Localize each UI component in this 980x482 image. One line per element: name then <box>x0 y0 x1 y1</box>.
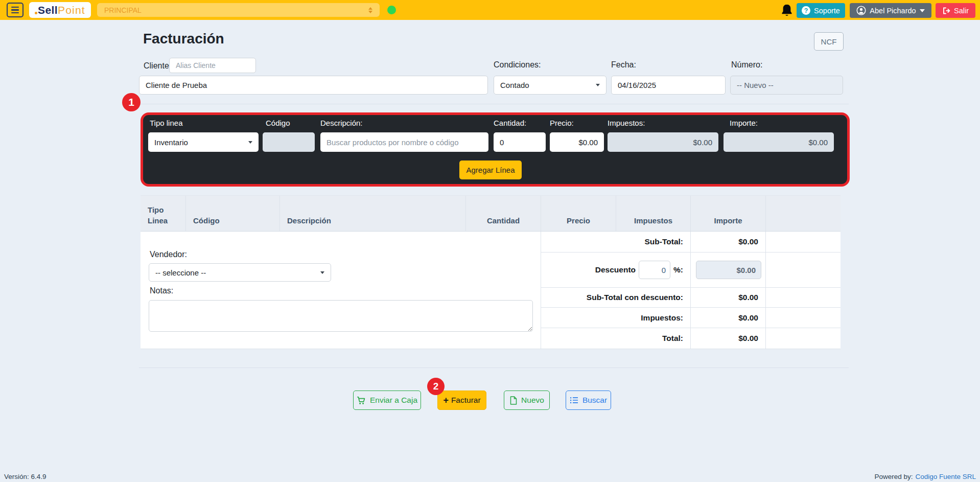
col-cantidad: Cantidad <box>466 196 541 231</box>
descuento-row: Descuento %: $0.00 <box>541 253 841 288</box>
annotation-step-1: 1 <box>122 93 141 111</box>
user-name: Abel Pichardo <box>870 7 916 15</box>
descuento-amount-field: $0.00 <box>696 261 761 279</box>
user-icon <box>856 6 866 15</box>
fecha-input[interactable] <box>611 76 726 95</box>
subtotal-row: Sub-Total: $0.00 <box>541 232 841 253</box>
soporte-label: Soporte <box>814 7 840 15</box>
details-cell: Vendedor: -- seleccione -- Notas: <box>141 232 541 349</box>
page-title: Facturación <box>143 31 224 47</box>
bell-icon[interactable] <box>781 4 793 17</box>
condiciones-label: Condiciones: <box>494 60 541 70</box>
col-actions <box>766 196 841 231</box>
col-importe: Importe <box>691 196 766 231</box>
subtotal-label: Sub-Total: <box>541 232 691 252</box>
subtotal-descuento-value: $0.00 <box>691 288 766 307</box>
subtotal-descuento-row: Sub-Total con descuento: $0.00 <box>541 288 841 308</box>
chevron-down-icon <box>596 84 600 86</box>
status-dot-icon <box>387 6 396 14</box>
facturar-button[interactable]: + Facturar <box>437 391 486 410</box>
buscar-button[interactable]: Buscar <box>566 391 611 410</box>
branch-select[interactable]: PRINCIPAL <box>97 3 380 17</box>
help-icon: ? <box>802 6 810 15</box>
menu-icon[interactable] <box>7 3 24 17</box>
cliente-label: Cliente: <box>144 61 171 71</box>
cliente-input[interactable] <box>139 76 488 95</box>
lines-table-body: Vendedor: -- seleccione -- Notas: Sub-To… <box>141 232 841 349</box>
chevron-down-icon <box>248 141 252 144</box>
alias-cliente-input[interactable] <box>169 58 256 73</box>
condiciones-select[interactable]: Contado <box>494 76 606 95</box>
divider <box>139 368 849 368</box>
impuestos-label: Impuestos: <box>608 119 645 127</box>
col-descripcion: Descripción <box>280 196 466 231</box>
powered-by-label: Powered by: <box>874 473 913 480</box>
impuestos-total-value: $0.00 <box>691 308 766 328</box>
line-entry-panel: Tipo linea Código Descripción: Cantidad:… <box>141 112 850 187</box>
descripcion-search-input[interactable] <box>320 132 488 152</box>
caret-down-icon <box>920 9 925 12</box>
descuento-pct-input[interactable] <box>639 261 670 279</box>
tipo-linea-select[interactable]: Inventario <box>148 132 259 152</box>
version-text: Versión: 6.4.9 <box>4 473 46 480</box>
impuestos-row: Impuestos: $0.00 <box>541 308 841 328</box>
col-tipo-linea: Tipo Linea <box>141 196 186 231</box>
logo-dot-icon <box>35 12 37 14</box>
notas-label: Notas: <box>150 286 173 295</box>
descuento-pct-suffix: %: <box>673 265 683 274</box>
sign-out-icon <box>942 7 950 15</box>
col-precio: Precio <box>541 196 616 231</box>
col-codigo: Código <box>186 196 280 231</box>
total-value: $0.00 <box>691 328 766 349</box>
precio-input[interactable] <box>550 132 604 152</box>
enviar-a-caja-button[interactable]: Enviar a Caja <box>353 391 421 410</box>
enviar-label: Enviar a Caja <box>370 396 417 405</box>
logo-point: Point <box>58 4 85 16</box>
plus-icon: + <box>443 395 449 406</box>
vendedor-label: Vendedor: <box>150 250 187 259</box>
nuevo-button[interactable]: Nuevo <box>504 391 550 410</box>
vendedor-select[interactable]: -- seleccione -- <box>149 263 331 282</box>
list-icon <box>570 396 578 404</box>
vendedor-value: -- seleccione -- <box>155 268 206 277</box>
subtotal-descuento-label: Sub-Total con descuento: <box>541 288 691 307</box>
nuevo-label: Nuevo <box>521 396 544 405</box>
numero-label: Número: <box>731 60 762 70</box>
buscar-label: Buscar <box>582 396 607 405</box>
codigo-field <box>263 132 315 152</box>
sellpoint-logo: Sell Point <box>29 2 91 18</box>
fecha-label: Fecha: <box>611 60 636 70</box>
powered-by-link[interactable]: Codigo Fuente SRL <box>915 473 976 480</box>
total-label: Total: <box>541 328 691 349</box>
branch-select-value: PRINCIPAL <box>104 6 142 14</box>
tipo-linea-label: Tipo linea <box>150 119 182 127</box>
total-row: Total: $0.00 <box>541 328 841 349</box>
numero-field: -- Nuevo -- <box>730 76 843 95</box>
annotation-step-2: 2 <box>427 378 445 395</box>
descuento-label: Descuento <box>595 265 636 274</box>
logo-sell: Sell <box>38 4 58 16</box>
impuestos-total-label: Impuestos: <box>541 308 691 328</box>
agregar-linea-button[interactable]: Agregar Línea <box>459 160 522 179</box>
user-menu-button[interactable]: Abel Pichardo <box>850 3 931 18</box>
totals-section: Sub-Total: $0.00 Descuento %: $0.00 Sub-… <box>541 232 841 349</box>
notas-textarea[interactable] <box>149 300 533 332</box>
soporte-button[interactable]: ? Soporte <box>797 3 845 18</box>
subtotal-value: $0.00 <box>691 232 766 252</box>
importe-label: Importe: <box>730 119 758 127</box>
cart-icon <box>357 396 366 405</box>
impuestos-field: $0.00 <box>608 132 718 152</box>
select-arrows-icon <box>368 7 372 13</box>
salir-label: Salir <box>954 7 969 15</box>
precio-label: Precio: <box>550 119 574 127</box>
cantidad-label: Cantidad: <box>494 119 526 127</box>
descripcion-label: Descripción: <box>320 119 363 127</box>
file-icon <box>509 396 517 405</box>
ncf-button[interactable]: NCF <box>814 32 844 51</box>
cantidad-input[interactable] <box>494 132 546 152</box>
condiciones-value: Contado <box>500 81 529 89</box>
salir-button[interactable]: Salir <box>936 3 975 18</box>
tipo-linea-value: Inventario <box>154 138 188 147</box>
col-impuestos: Impuestos <box>616 196 691 231</box>
importe-field: $0.00 <box>724 132 834 152</box>
